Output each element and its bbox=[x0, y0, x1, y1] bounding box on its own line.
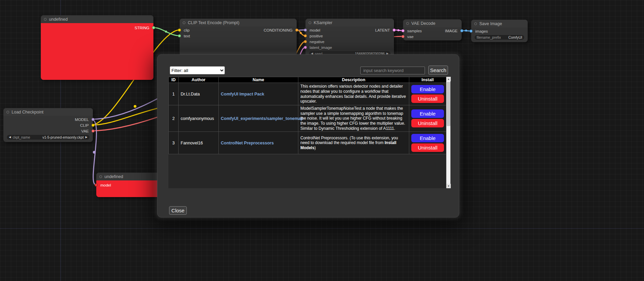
scroll-down-icon[interactable]: ▼ bbox=[446, 184, 451, 188]
stepper-right-icon[interactable]: ▶ bbox=[85, 136, 87, 139]
slot-row: MODEL bbox=[3, 117, 93, 122]
conditioning-output-slot[interactable] bbox=[295, 29, 298, 32]
table-scrollbar[interactable]: ▲ ▼ bbox=[446, 77, 450, 188]
stepper-left-icon[interactable]: ◀ bbox=[9, 136, 11, 139]
extension-description: This extension offers various detector n… bbox=[298, 83, 409, 105]
extension-table-container: ID Author Name Description Install 1Dr.L… bbox=[168, 77, 450, 188]
latent-output-slot[interactable] bbox=[393, 29, 396, 32]
slot-row: VAE bbox=[3, 128, 93, 134]
node-title-bar[interactable]: Load Checkpoint bbox=[3, 108, 93, 116]
node-title-bar[interactable]: Save Image bbox=[471, 20, 528, 28]
image-output-slot[interactable] bbox=[460, 29, 463, 32]
node-save-image[interactable]: Save Image images filename_prefix ComfyU… bbox=[471, 20, 528, 42]
node-title-bar[interactable]: KSampler bbox=[306, 19, 394, 27]
extension-description: ControlNet Preprocessors. (To use this e… bbox=[298, 132, 409, 154]
scroll-up-icon[interactable]: ▲ bbox=[446, 77, 451, 81]
ckpt-name-widget[interactable]: ◀ ckpt_name v1-5-pruned-emaonly.ckpt ▶ bbox=[7, 135, 89, 140]
header-install: Install bbox=[409, 77, 446, 83]
text-input-slot[interactable] bbox=[178, 34, 181, 37]
input-slot-label: negative bbox=[310, 40, 324, 44]
uninstall-button[interactable]: Uninstall bbox=[411, 119, 444, 127]
slot-row: latent_image bbox=[306, 45, 394, 50]
node-load-checkpoint[interactable]: Load Checkpoint MODEL CLIP VAE ◀ ckpt_na… bbox=[3, 108, 93, 142]
extension-install-cell: EnableUninstall bbox=[409, 105, 446, 132]
node-title: undefined bbox=[104, 174, 123, 179]
widget-value: v1-5-pruned-emaonly.ckpt bbox=[43, 135, 84, 139]
enable-button[interactable]: Enable bbox=[411, 109, 444, 118]
uninstall-button[interactable]: Uninstall bbox=[411, 143, 444, 152]
output-slot-label: MODEL bbox=[75, 118, 89, 122]
node-title: KSampler bbox=[314, 20, 332, 25]
node-title: Load Checkpoint bbox=[12, 110, 44, 115]
node-undefined-top[interactable]: undefined STRING bbox=[41, 15, 153, 80]
collapse-dot-icon[interactable] bbox=[406, 22, 409, 25]
input-slot-label: clip bbox=[184, 28, 189, 32]
string-output-slot[interactable] bbox=[152, 26, 155, 29]
output-slot-label: CLIP bbox=[80, 123, 89, 127]
vae-output-slot[interactable] bbox=[92, 129, 95, 133]
samples-input-slot[interactable] bbox=[401, 29, 404, 32]
slot-row: images bbox=[471, 28, 528, 34]
node-ksampler[interactable]: KSampler model LATENT positive negative … bbox=[306, 19, 394, 58]
node-title-bar[interactable]: undefined bbox=[41, 15, 153, 23]
node-title: undefined bbox=[49, 17, 68, 22]
extension-install-cell: EnableUninstall bbox=[409, 132, 446, 154]
extension-row: 1Dr.Lt.DataComfyUI Impact PackThis exten… bbox=[169, 83, 446, 105]
vae-input-slot[interactable] bbox=[401, 35, 404, 38]
input-slot-label: latent_image bbox=[310, 46, 332, 50]
extension-link[interactable]: ComfyUI Impact Pack bbox=[221, 92, 264, 96]
node-vae-decode[interactable]: VAE Decode samples IMAGE vae bbox=[403, 19, 462, 40]
clip-output-slot[interactable] bbox=[92, 124, 95, 127]
link-midpoint-dot bbox=[93, 151, 96, 154]
extension-name-cell: ComfyUI_experiments/sampler_tonemap bbox=[219, 105, 298, 132]
model-input-slot[interactable] bbox=[304, 29, 307, 32]
search-button[interactable]: Search bbox=[428, 66, 448, 75]
extension-link[interactable]: ComfyUI_experiments/sampler_tonemap bbox=[221, 116, 303, 121]
widget-label: filename_prefix bbox=[477, 35, 501, 39]
collapse-dot-icon[interactable] bbox=[474, 22, 477, 25]
enable-button[interactable]: Enable bbox=[411, 85, 444, 93]
collapse-dot-icon[interactable] bbox=[6, 111, 9, 113]
filter-select[interactable]: Filter: all bbox=[170, 66, 225, 74]
negative-input-slot[interactable] bbox=[304, 40, 307, 43]
model-input-slot[interactable] bbox=[95, 183, 98, 187]
model-output-slot[interactable] bbox=[92, 118, 95, 121]
extension-id: 3 bbox=[169, 132, 179, 154]
latent-image-input-slot[interactable] bbox=[304, 46, 307, 49]
collapse-dot-icon[interactable] bbox=[44, 18, 47, 21]
output-slot-label: CONDITIONING bbox=[264, 28, 293, 32]
positive-input-slot[interactable] bbox=[304, 34, 307, 37]
link-midpoint-dot bbox=[300, 32, 302, 34]
extension-install-cell: EnableUninstall bbox=[409, 83, 446, 105]
node-clip-text-encode[interactable]: CLIP Text Encode (Prompt) clip CONDITION… bbox=[180, 19, 297, 56]
slot-row: positive bbox=[306, 33, 394, 39]
slot-row: text bbox=[180, 33, 297, 39]
node-title-bar[interactable]: VAE Decode bbox=[403, 19, 462, 27]
search-input[interactable] bbox=[360, 67, 425, 74]
header-description: Description bbox=[298, 77, 409, 83]
output-slot-label: IMAGE bbox=[445, 29, 458, 33]
node-body: model LATENT positive negative latent_im… bbox=[306, 27, 394, 56]
widget-value: ComfyUI bbox=[508, 35, 522, 39]
table-header-row: ID Author Name Description Install bbox=[169, 77, 446, 83]
collapse-dot-icon[interactable] bbox=[183, 21, 185, 24]
filename-prefix-widget[interactable]: filename_prefix ComfyUI bbox=[475, 35, 524, 40]
collapse-dot-icon[interactable] bbox=[99, 175, 102, 178]
collapse-dot-icon[interactable] bbox=[309, 21, 311, 24]
close-button[interactable]: Close bbox=[169, 206, 187, 215]
enable-button[interactable]: Enable bbox=[411, 134, 444, 142]
node-body: clip CONDITIONING text bbox=[180, 27, 297, 39]
scrollbar-thumb[interactable] bbox=[447, 82, 450, 126]
slot-row: clip CONDITIONING bbox=[180, 27, 297, 33]
slot-row: CLIP bbox=[3, 122, 93, 128]
node-title-bar[interactable]: CLIP Text Encode (Prompt) bbox=[180, 19, 297, 27]
images-input-slot[interactable] bbox=[469, 30, 473, 33]
input-slot-label: vae bbox=[407, 35, 414, 39]
output-slot-row: STRING bbox=[41, 25, 153, 31]
node-body: MODEL CLIP VAE ◀ ckpt_name v1-5-pruned-e… bbox=[3, 116, 93, 140]
slot-row: samples IMAGE bbox=[403, 28, 462, 34]
clip-input-slot[interactable] bbox=[178, 29, 181, 32]
uninstall-button[interactable]: Uninstall bbox=[411, 94, 444, 103]
extension-id: 2 bbox=[169, 105, 179, 132]
extension-link[interactable]: ControlNet Preprocessors bbox=[221, 141, 274, 145]
